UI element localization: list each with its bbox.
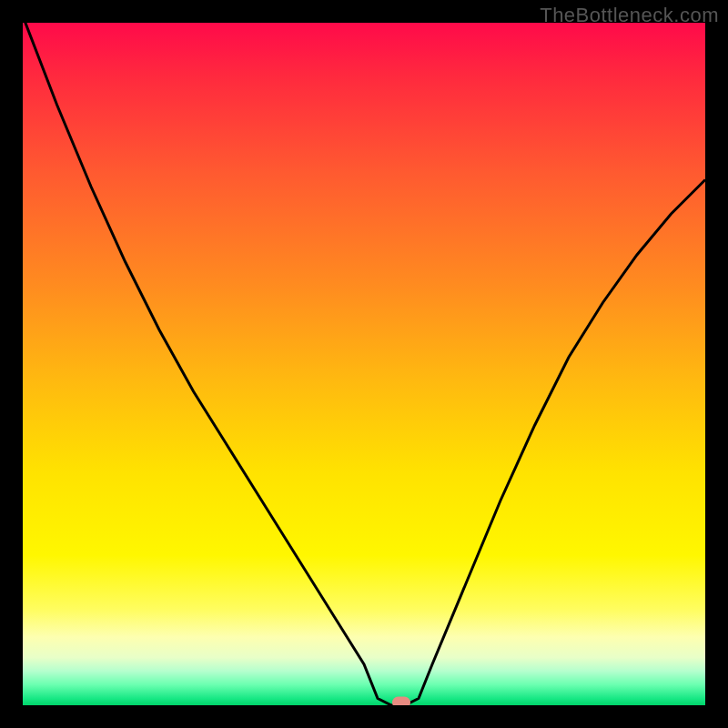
watermark-text: TheBottleneck.com: [540, 4, 719, 27]
optimum-marker: [392, 697, 410, 706]
plot-area: [23, 23, 705, 705]
curve-svg: [23, 23, 705, 705]
chart-frame: TheBottleneck.com: [0, 0, 728, 728]
bottleneck-curve: [23, 23, 705, 705]
